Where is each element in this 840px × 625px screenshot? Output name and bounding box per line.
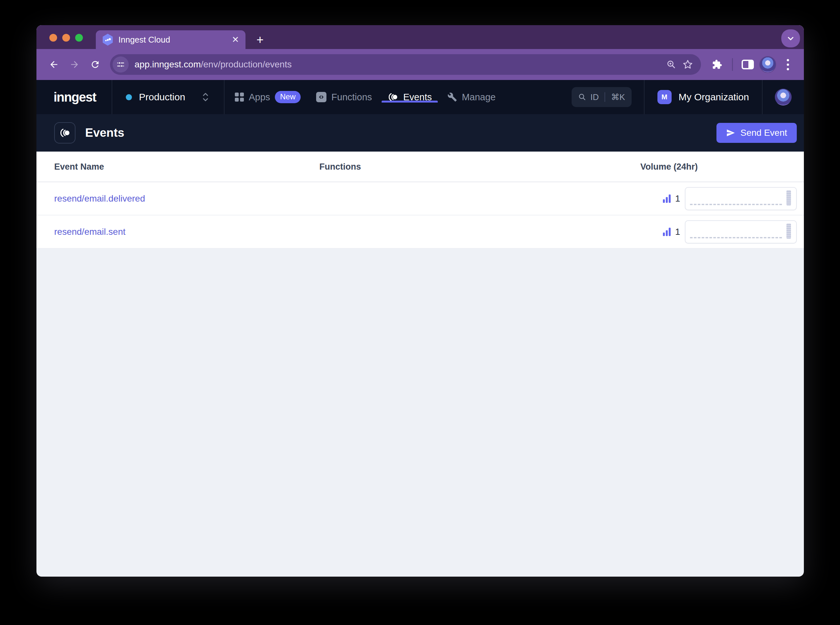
browser-menu-button[interactable] [779, 56, 797, 73]
site-settings-button[interactable] [113, 56, 129, 73]
apps-label: Apps [249, 92, 270, 103]
sparkline-bar [786, 224, 791, 239]
side-panel-icon [742, 60, 754, 69]
url-text: app.inngest.com/env/production/events [135, 59, 660, 70]
user-avatar[interactable] [775, 89, 792, 106]
table-row: resend/email.delivered 1 [36, 182, 804, 215]
event-name-link[interactable]: resend/email.delivered [54, 193, 145, 204]
volume-cell: 1 [663, 215, 797, 248]
chevron-updown-icon [201, 91, 210, 104]
search-shortcut: ⌘K [611, 92, 625, 102]
environment-selector[interactable]: Production [112, 80, 224, 114]
new-tab-button[interactable]: + [252, 32, 268, 48]
global-search[interactable]: ID ⌘K [572, 87, 631, 107]
reload-icon [90, 59, 100, 70]
organization-name: My Organization [679, 92, 749, 103]
manage-label: Manage [462, 92, 496, 103]
extensions-button[interactable] [708, 56, 726, 73]
sparkline-bar [786, 190, 791, 205]
search-divider [605, 92, 605, 102]
window-maximize-button[interactable] [75, 34, 83, 42]
column-header-event-name: Event Name [54, 162, 104, 171]
browser-window: Inngest Cloud ✕ + ap [36, 25, 804, 577]
zoom-button[interactable] [666, 59, 677, 70]
bar-chart-icon [663, 194, 670, 203]
events-label: Events [403, 92, 432, 103]
back-arrow-icon [49, 59, 59, 70]
puzzle-icon [712, 59, 722, 70]
send-icon [726, 128, 735, 137]
bar-chart-icon [663, 228, 670, 236]
address-bar[interactable]: app.inngest.com/env/production/events [110, 54, 701, 75]
volume-sparkline-chart[interactable] [685, 187, 797, 210]
url-host: app.inngest.com [135, 59, 201, 69]
events-stream-icon [387, 92, 398, 103]
send-event-label: Send Event [740, 128, 787, 138]
table-header: Event Name Functions Volume (24hr) [36, 152, 804, 182]
zoom-in-icon [666, 59, 677, 70]
apps-grid-icon [235, 93, 244, 102]
new-badge: New [275, 91, 301, 103]
forward-button[interactable] [65, 56, 84, 73]
wrench-icon [447, 92, 457, 102]
env-status-dot-icon [126, 94, 132, 100]
table-row: resend/email.sent 1 [36, 215, 804, 249]
volume-value: 1 [675, 227, 680, 237]
window-close-button[interactable] [49, 34, 57, 42]
bookmark-button[interactable] [682, 59, 693, 70]
environment-name: Production [139, 92, 185, 103]
star-icon [682, 59, 693, 70]
inngest-favicon-icon [102, 34, 113, 46]
search-id-label: ID [590, 92, 599, 102]
window-minimize-button[interactable] [62, 34, 70, 42]
tab-title: Inngest Cloud [118, 35, 226, 45]
side-panel-button[interactable] [739, 56, 757, 73]
volume-value: 1 [675, 193, 680, 204]
chevron-down-icon [786, 34, 795, 43]
nav-item-apps[interactable]: Apps New [227, 91, 308, 103]
sparkline-baseline [690, 237, 782, 238]
toolbar-divider [732, 58, 733, 71]
browser-profile-avatar[interactable] [759, 56, 776, 73]
organization-menu[interactable]: M My Organization [644, 80, 762, 114]
browser-toolbar: app.inngest.com/env/production/events [36, 49, 804, 80]
tab-strip: Inngest Cloud ✕ + [36, 25, 804, 49]
functions-label: Functions [331, 92, 372, 103]
browser-tab[interactable]: Inngest Cloud ✕ [96, 30, 246, 49]
column-header-functions: Functions [319, 162, 361, 171]
events-page-icon [54, 122, 75, 143]
app-nav-bar: inngest Production Apps New Functions [36, 80, 804, 114]
inngest-logo[interactable]: inngest [36, 90, 112, 104]
sparkline-baseline [690, 204, 782, 205]
send-event-button[interactable]: Send Event [716, 123, 797, 143]
page-title: Events [85, 126, 124, 140]
nav-item-functions[interactable]: Functions [308, 92, 380, 103]
page-header: Events Send Event [36, 114, 804, 152]
kebab-menu-icon [781, 59, 795, 70]
tune-icon [116, 60, 125, 69]
nav-item-manage[interactable]: Manage [440, 92, 504, 103]
column-header-volume: Volume (24hr) [640, 162, 698, 171]
back-button[interactable] [45, 56, 63, 73]
volume-cell: 1 [663, 182, 797, 215]
organization-badge: M [657, 90, 672, 104]
search-icon [578, 93, 586, 101]
window-controls [49, 34, 83, 42]
url-path: /env/production/events [201, 59, 292, 69]
code-brackets-icon [316, 92, 327, 102]
tab-close-icon[interactable]: ✕ [232, 36, 239, 44]
volume-sparkline-chart[interactable] [685, 220, 797, 244]
tab-search-button[interactable] [781, 30, 800, 47]
forward-arrow-icon [69, 59, 80, 70]
event-name-link[interactable]: resend/email.sent [54, 227, 126, 237]
nav-item-events[interactable]: Events [380, 92, 440, 103]
reload-button[interactable] [86, 56, 104, 73]
empty-content-area [36, 249, 804, 552]
